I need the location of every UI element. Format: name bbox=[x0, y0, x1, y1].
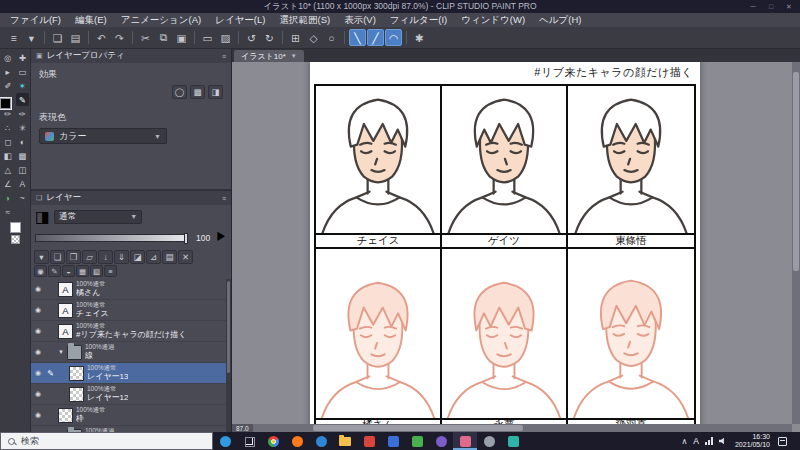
minimize-button[interactable]: ─ bbox=[744, 0, 762, 13]
figure-tool[interactable]: △ bbox=[1, 163, 15, 176]
layer-row[interactable]: ◉A100%通常チェイス bbox=[31, 300, 231, 321]
cortana-button[interactable] bbox=[213, 432, 237, 450]
paste-icon[interactable]: ▣ bbox=[173, 29, 190, 46]
transparent-color-swatch[interactable] bbox=[11, 235, 20, 244]
snap-perspective-icon[interactable]: ╲ bbox=[349, 29, 366, 46]
taskbar-search-box[interactable]: 検索 bbox=[0, 432, 213, 450]
border-effect-icon[interactable]: ◯ bbox=[172, 85, 187, 99]
decoration-tool[interactable]: ✳ bbox=[16, 121, 30, 134]
new-raster-layer-icon[interactable]: ❏ bbox=[50, 250, 65, 264]
main-menu-icon[interactable]: ≡ bbox=[5, 29, 22, 46]
auto-select-tool[interactable]: ✶ bbox=[16, 79, 30, 92]
layer-thumbnail[interactable] bbox=[58, 408, 73, 423]
visibility-eye-icon[interactable]: ◉ bbox=[33, 390, 43, 398]
visibility-eye-icon[interactable]: ◉ bbox=[33, 285, 43, 293]
photos-app-icon[interactable] bbox=[381, 432, 405, 450]
menu-item-0[interactable]: ファイル(F) bbox=[3, 14, 68, 27]
firefox-icon[interactable] bbox=[285, 432, 309, 450]
rotate-right-icon[interactable]: ↻ bbox=[261, 29, 278, 46]
text-tool[interactable]: A bbox=[16, 177, 30, 190]
sub-color-swatch[interactable] bbox=[10, 222, 21, 233]
balloon-tool[interactable]: ◗ bbox=[1, 191, 15, 204]
mail-app-icon[interactable] bbox=[357, 432, 381, 450]
menu-item-2[interactable]: アニメーション(A) bbox=[114, 14, 209, 27]
chrome-icon[interactable] bbox=[261, 432, 285, 450]
opacity-slider-handle[interactable] bbox=[184, 233, 188, 244]
eraser-tool[interactable]: ◻ bbox=[1, 135, 15, 148]
menu-item-1[interactable]: 編集(E) bbox=[68, 14, 114, 27]
clip-studio-paint-icon[interactable] bbox=[453, 432, 477, 450]
close-button[interactable]: ✕ bbox=[780, 0, 798, 13]
selection-tool[interactable]: ▭ bbox=[16, 65, 30, 78]
volume-icon[interactable] bbox=[719, 437, 727, 445]
action-center-icon[interactable] bbox=[778, 437, 787, 446]
canvas-vertical-scrollbar[interactable] bbox=[792, 62, 800, 424]
clip-to-below-icon[interactable]: ▦ bbox=[76, 265, 89, 277]
taskbar-clock[interactable]: 16:30 2021/05/10 bbox=[733, 433, 772, 450]
menu-item-4[interactable]: 選択範囲(S) bbox=[272, 14, 337, 27]
snap-line-icon[interactable]: ╱ bbox=[367, 29, 384, 46]
liquify-tool[interactable]: ≈ bbox=[1, 205, 15, 218]
phone-app-icon[interactable] bbox=[501, 432, 525, 450]
visibility-eye-icon[interactable]: ◉ bbox=[33, 369, 43, 377]
save-icon[interactable]: ▤ bbox=[67, 29, 84, 46]
visibility-eye-icon[interactable]: ◉ bbox=[33, 348, 43, 356]
scrollbar-thumb[interactable] bbox=[227, 281, 230, 373]
snap-curve-icon[interactable]: ◠ bbox=[385, 29, 402, 46]
copy-icon[interactable]: ⧉ bbox=[155, 29, 172, 46]
layer-row[interactable]: ◉A100%通常橘さん bbox=[31, 279, 231, 300]
transfer-down-icon[interactable]: ↓ bbox=[98, 250, 113, 264]
panel-header-menu-icon[interactable]: ≡ bbox=[222, 53, 226, 60]
undo-icon[interactable]: ↶ bbox=[93, 29, 110, 46]
task-view-button[interactable] bbox=[237, 432, 261, 450]
onion-skin-icon[interactable]: ▤ bbox=[162, 250, 177, 264]
ruler-layer-icon[interactable]: ⊿ bbox=[146, 250, 161, 264]
rotate-left-icon[interactable]: ↺ bbox=[243, 29, 260, 46]
clear-icon[interactable]: ▭ bbox=[199, 29, 216, 46]
layer-color-effect-icon[interactable]: ◨ bbox=[208, 85, 223, 99]
layer-filter-icon[interactable]: ≡ bbox=[104, 265, 117, 277]
scrollbar-thumb[interactable] bbox=[313, 425, 523, 431]
panel-header-menu-icon[interactable]: ≡ bbox=[222, 195, 226, 202]
discord-app-icon[interactable] bbox=[429, 432, 453, 450]
lasso-tool[interactable]: ✐ bbox=[1, 79, 15, 92]
merge-down-icon[interactable]: ⇓ bbox=[114, 250, 129, 264]
frame-border-tool[interactable]: ◫ bbox=[16, 163, 30, 176]
menu-item-8[interactable]: ヘルプ(H) bbox=[532, 14, 588, 27]
fill-area-icon[interactable]: ▨ bbox=[217, 29, 234, 46]
workspace-switch-icon[interactable]: ▾ bbox=[23, 29, 40, 46]
menu-item-6[interactable]: フィルター(I) bbox=[383, 14, 454, 27]
show-all-layers-icon[interactable]: ◉ bbox=[34, 265, 47, 277]
line-app-icon[interactable] bbox=[405, 432, 429, 450]
pen-tool[interactable]: ✎ bbox=[16, 93, 30, 106]
layer-row[interactable]: ◉100%通常枠 bbox=[31, 405, 231, 426]
layer-thumbnail[interactable]: A bbox=[58, 303, 73, 318]
new-canvas-icon[interactable]: ❏ bbox=[49, 29, 66, 46]
palette-menu-icon[interactable]: ▾ bbox=[34, 250, 49, 264]
expression-color-dropdown[interactable]: カラー ▼ bbox=[39, 128, 167, 144]
zoom-tool[interactable]: ◎ bbox=[1, 51, 15, 64]
transparency-lock-icon[interactable]: ◒ bbox=[62, 265, 75, 277]
fill-tool[interactable]: ◧ bbox=[1, 149, 15, 162]
correct-line-tool[interactable]: ~ bbox=[16, 191, 30, 204]
layer-row[interactable]: ◉▼100%通過線 bbox=[31, 342, 231, 363]
edge-icon[interactable] bbox=[309, 432, 333, 450]
layer-thumbnail[interactable]: A bbox=[58, 282, 73, 297]
layer-row[interactable]: ◉✎100%通常レイヤー13 bbox=[31, 363, 231, 384]
blend-tool[interactable]: ◐ bbox=[16, 135, 30, 148]
new-vector-layer-icon[interactable]: ❐ bbox=[66, 250, 81, 264]
network-icon[interactable] bbox=[705, 437, 713, 445]
airbrush-tool[interactable]: ∴ bbox=[1, 121, 15, 134]
layer-thumbnail[interactable] bbox=[69, 366, 84, 381]
edit-lock-icon[interactable]: ✎ bbox=[48, 265, 61, 277]
layer-row[interactable]: ◉A100%通常#リブ来たキャラの顔だけ描く bbox=[31, 321, 231, 342]
opacity-slider[interactable] bbox=[35, 234, 188, 242]
canvas-page[interactable]: #リブ来たキャラの顔だけ描く bbox=[310, 62, 700, 424]
operation-tool[interactable]: ▸ bbox=[1, 65, 15, 78]
toolbar-settings-icon[interactable]: ✱ bbox=[411, 29, 428, 46]
layer-list-scrollbar[interactable] bbox=[226, 279, 231, 432]
menu-item-3[interactable]: レイヤー(L) bbox=[208, 14, 272, 27]
delete-layer-icon[interactable]: ✕ bbox=[178, 250, 193, 264]
ime-indicator[interactable]: A bbox=[693, 436, 699, 446]
grid-icon[interactable]: ⊞ bbox=[287, 29, 304, 46]
